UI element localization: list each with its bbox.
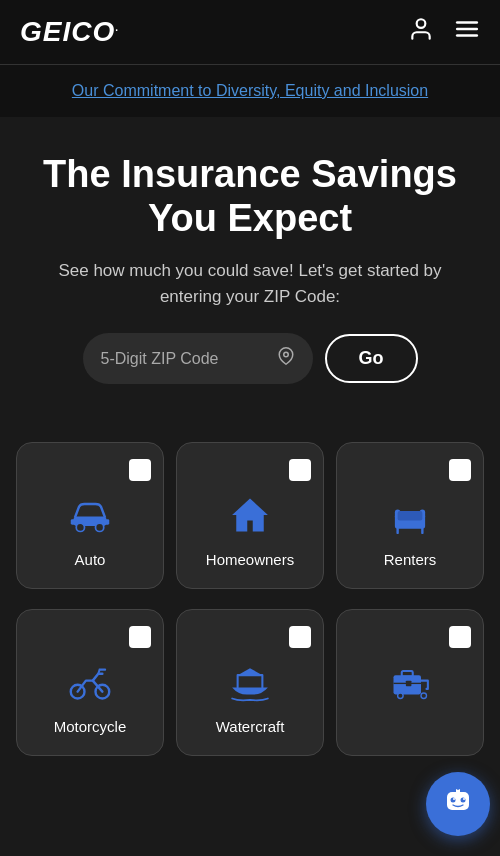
svg-point-27 <box>453 798 455 800</box>
svg-point-7 <box>96 524 104 532</box>
zip-row: Go <box>30 333 470 384</box>
svg-point-23 <box>398 693 404 699</box>
user-icon[interactable] <box>408 16 434 48</box>
svg-marker-10 <box>232 499 268 532</box>
go-button[interactable]: Go <box>325 334 418 383</box>
motorcycle-label: Motorcycle <box>54 718 127 735</box>
svg-point-24 <box>421 693 427 699</box>
svg-point-0 <box>417 19 426 28</box>
svg-rect-22 <box>406 681 412 687</box>
svg-point-31 <box>457 788 459 790</box>
auto-card[interactable]: Auto <box>16 442 164 589</box>
renters-card[interactable]: Renters <box>336 442 484 589</box>
logo-text: GEICO. <box>20 16 119 47</box>
truck-icon <box>388 660 432 704</box>
svg-point-29 <box>463 798 465 800</box>
homeowners-checkbox[interactable] <box>289 459 311 481</box>
svg-rect-25 <box>447 792 469 810</box>
motorcycle-checkbox[interactable] <box>129 626 151 648</box>
diversity-link[interactable]: Our Commitment to Diversity, Equity and … <box>72 82 428 99</box>
chat-bubble[interactable] <box>426 772 490 836</box>
renters-icon <box>388 493 432 537</box>
other-card[interactable] <box>336 609 484 756</box>
hero-subtitle: See how much you could save! Let's get s… <box>30 258 470 309</box>
auto-checkbox[interactable] <box>129 459 151 481</box>
menu-icon[interactable] <box>454 16 480 48</box>
svg-point-4 <box>283 353 288 358</box>
auto-icon <box>68 493 112 537</box>
svg-point-26 <box>451 797 456 802</box>
boat-label: Watercraft <box>216 718 285 735</box>
insurance-cards-grid: Auto Homeowners Renters <box>0 442 500 609</box>
svg-point-6 <box>76 524 84 532</box>
boat-checkbox[interactable] <box>289 626 311 648</box>
renters-checkbox[interactable] <box>449 459 471 481</box>
svg-point-28 <box>461 797 466 802</box>
boat-card[interactable]: Watercraft <box>176 609 324 756</box>
homeowners-label: Homeowners <box>206 551 294 568</box>
motorcycle-icon <box>68 660 112 704</box>
homeowners-card[interactable]: Homeowners <box>176 442 324 589</box>
boat-icon <box>228 660 272 704</box>
zip-input[interactable] <box>101 350 269 368</box>
svg-rect-9 <box>104 520 110 526</box>
zip-input-wrapper <box>83 333 313 384</box>
insurance-cards-bottom: Motorcycle Watercraft <box>0 609 500 776</box>
header-icons <box>408 16 480 48</box>
svg-rect-8 <box>71 520 77 526</box>
chat-icon <box>442 785 474 824</box>
other-checkbox[interactable] <box>449 626 471 648</box>
home-icon <box>228 493 272 537</box>
renters-label: Renters <box>384 551 437 568</box>
auto-label: Auto <box>75 551 106 568</box>
header: GEICO. <box>0 0 500 64</box>
svg-rect-20 <box>402 671 413 677</box>
geico-logo: GEICO. <box>20 16 119 48</box>
bottom-row: Motorcycle Watercraft <box>16 609 484 756</box>
svg-rect-14 <box>398 511 423 521</box>
motorcycle-card[interactable]: Motorcycle <box>16 609 164 756</box>
diversity-banner: Our Commitment to Diversity, Equity and … <box>0 64 500 117</box>
hero-title: The Insurance Savings You Expect <box>30 153 470 240</box>
location-icon <box>277 347 295 370</box>
hero-section: The Insurance Savings You Expect See how… <box>0 117 500 442</box>
